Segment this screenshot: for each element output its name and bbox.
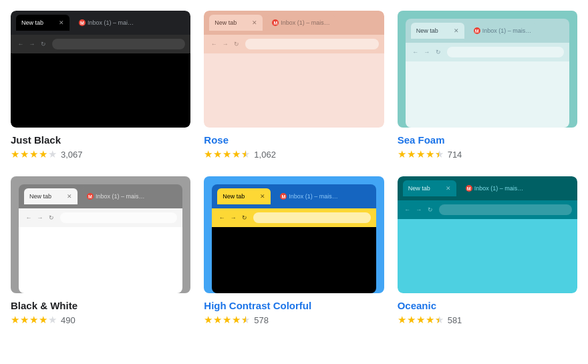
star-0: ★	[204, 148, 212, 160]
star-4: ★★	[435, 148, 444, 160]
browser-tab-inbox: MInbox (1) – mais…	[468, 23, 537, 39]
rating-count-oceanic: 581	[448, 315, 462, 325]
browser-toolbar: ← → ↻	[19, 208, 182, 227]
star-0: ★	[11, 148, 19, 160]
theme-title-just-black: Just Black	[11, 134, 190, 146]
star-2: ★	[416, 148, 425, 160]
rating-count-high-contrast-colorful: 578	[254, 315, 269, 325]
inbox-tab-title: Inbox (1) – mais…	[474, 185, 524, 192]
address-bar	[447, 47, 564, 57]
rating-row-sea-foam: ★★★★★★714	[398, 148, 577, 160]
inbox-tab-title: Inbox (1) – mais…	[289, 193, 338, 200]
tab-close: ✕	[67, 193, 72, 200]
star-3: ★	[232, 314, 241, 326]
star-fill: ★	[435, 148, 440, 160]
browser-toolbar: ← → ↻	[398, 200, 577, 219]
browser-toolbar: ← → ↻	[204, 35, 384, 53]
tab-close: ✕	[260, 193, 265, 200]
nav-buttons: ← → ↻	[411, 47, 443, 57]
browser-tab-inbox: MInbox (1) – mai…	[74, 15, 140, 31]
refresh-button: ↻	[240, 213, 249, 222]
refresh-button: ↻	[39, 39, 48, 49]
theme-card-black-white[interactable]: New tab✕MInbox (1) – mais… ← → ↻ Black &…	[11, 176, 190, 326]
forward-button: →	[35, 213, 45, 222]
theme-card-just-black[interactable]: New tab✕MInbox (1) – mai… ← → ↻ Just Bla…	[11, 11, 190, 160]
star-2: ★	[416, 314, 425, 326]
address-bar	[52, 39, 185, 49]
inbox-tab-title: Inbox (1) – mai…	[88, 19, 134, 26]
tab-title: New tab	[223, 193, 257, 200]
browser-tab-active: New tab✕	[403, 180, 456, 196]
refresh-button: ↻	[47, 213, 56, 222]
browser-tab-inbox: MInbox (1) – mais…	[82, 188, 150, 204]
back-button: ←	[411, 47, 420, 57]
star-1: ★	[407, 148, 416, 160]
star-0: ★	[398, 148, 406, 160]
browser-body	[11, 53, 190, 128]
theme-title-sea-foam: Sea Foam	[398, 134, 577, 146]
browser-body	[204, 53, 384, 128]
browser-chrome: New tab✕MInbox (1) – mais…	[212, 184, 376, 208]
browser-body	[406, 61, 569, 128]
gmail-icon: M	[466, 185, 472, 192]
back-button: ←	[16, 39, 25, 49]
browser-body	[398, 219, 577, 293]
browser-body	[212, 227, 376, 293]
browser-tab-active: New tab✕	[209, 15, 263, 31]
gmail-icon: M	[272, 19, 279, 26]
rating-row-high-contrast-colorful: ★★★★★★578	[204, 314, 384, 326]
theme-title-rose: Rose	[204, 134, 384, 146]
address-bar	[439, 204, 572, 215]
tab-title: New tab	[29, 193, 64, 200]
forward-button: →	[229, 213, 238, 222]
browser-mock-black-white: New tab✕MInbox (1) – mais… ← → ↻	[19, 184, 182, 293]
stars-black-white: ★★★★★	[11, 314, 57, 326]
rating-row-just-black: ★★★★★3,067	[11, 148, 190, 160]
star-2: ★	[29, 314, 38, 326]
star-1: ★	[20, 148, 29, 160]
browser-tab-active: New tab✕	[24, 188, 78, 204]
address-bar	[60, 212, 177, 223]
browser-tab-inbox: MInbox (1) – mais…	[275, 188, 343, 204]
tab-close: ✕	[446, 185, 451, 192]
stars-sea-foam: ★★★★★★	[398, 148, 444, 160]
back-button: ←	[209, 39, 218, 49]
browser-tab-active: New tab✕	[16, 15, 69, 31]
browser-tab-inbox: MInbox (1) – mais…	[460, 180, 529, 196]
browser-chrome: New tab✕MInbox (1) – mais…	[398, 176, 577, 200]
star-3: ★	[39, 314, 47, 326]
star-3: ★	[232, 148, 241, 160]
star-1: ★	[407, 314, 416, 326]
gmail-icon: M	[87, 193, 94, 200]
star-4: ★	[48, 314, 57, 326]
theme-thumb-oceanic: New tab✕MInbox (1) – mais… ← → ↻	[398, 176, 577, 293]
browser-mock-just-black: New tab✕MInbox (1) – mai… ← → ↻	[11, 11, 190, 128]
rating-row-oceanic: ★★★★★★581	[398, 314, 577, 326]
star-fill: ★	[241, 148, 246, 160]
stars-just-black: ★★★★★	[11, 148, 57, 160]
forward-button: →	[220, 39, 230, 49]
theme-card-oceanic[interactable]: New tab✕MInbox (1) – mais… ← → ↻ Oceanic…	[398, 176, 577, 326]
star-3: ★	[426, 314, 434, 326]
star-0: ★	[11, 314, 19, 326]
theme-card-high-contrast-colorful[interactable]: New tab✕MInbox (1) – mais… ← → ↻ High Co…	[204, 176, 384, 326]
theme-title-black-white: Black & White	[11, 300, 190, 311]
star-0: ★	[204, 314, 212, 326]
rating-row-black-white: ★★★★★490	[11, 314, 190, 326]
address-bar	[245, 39, 378, 49]
browser-toolbar: ← → ↻	[212, 208, 376, 227]
theme-thumb-sea-foam: New tab✕MInbox (1) – mais… ← → ↻	[398, 11, 577, 128]
theme-thumb-rose: New tab✕MInbox (1) – mais… ← → ↻	[204, 11, 384, 128]
browser-mock-high-contrast-colorful: New tab✕MInbox (1) – mais… ← → ↻	[212, 184, 376, 293]
forward-button: →	[414, 205, 424, 214]
star-2: ★	[29, 148, 38, 160]
refresh-button: ↻	[426, 205, 435, 214]
star-2: ★	[223, 148, 231, 160]
inbox-tab-title: Inbox (1) – mais…	[281, 19, 330, 26]
theme-card-sea-foam[interactable]: New tab✕MInbox (1) – mais… ← → ↻ Sea Foa…	[398, 11, 577, 160]
rating-count-black-white: 490	[61, 315, 76, 325]
star-4: ★★	[241, 314, 250, 326]
tab-title: New tab	[214, 19, 249, 26]
theme-card-rose[interactable]: New tab✕MInbox (1) – mais… ← → ↻ Rose★★★…	[204, 11, 384, 160]
themes-grid: New tab✕MInbox (1) – mai… ← → ↻ Just Bla…	[11, 11, 577, 326]
